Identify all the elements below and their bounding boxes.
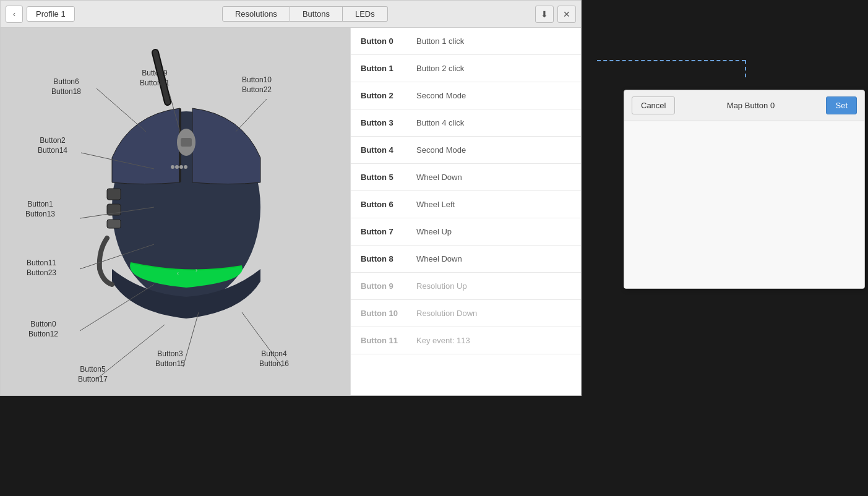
- tab-bar: Resolutions Buttons LEDs: [79, 6, 531, 22]
- label-btn6-btn18: Button6 Button18: [51, 77, 81, 96]
- label-btn4-btn16: Button4 Button16: [259, 349, 289, 369]
- btn-name-10: Button 10: [361, 309, 416, 318]
- title-bar: ‹ Profile 1 Resolutions Buttons LEDs ⬇ ✕: [1, 1, 581, 28]
- dashed-vert-line: [745, 60, 746, 77]
- button-row-1[interactable]: Button 1Button 2 click: [351, 55, 581, 82]
- map-dialog-header: Cancel Map Button 0 Set: [624, 90, 864, 121]
- svg-rect-9: [107, 204, 121, 215]
- svg-rect-10: [107, 220, 121, 228]
- dashed-top-line: [597, 60, 746, 61]
- button-row-10[interactable]: Button 10Resolution Down: [351, 300, 581, 327]
- btn-name-7: Button 7: [361, 227, 416, 236]
- btn-name-8: Button 8: [361, 254, 416, 263]
- label-btn5-btn17: Button5 Button17: [78, 365, 108, 384]
- svg-point-4: [171, 165, 174, 169]
- button-row-11[interactable]: Button 11Key event: 113: [351, 327, 581, 354]
- btn-action-8: Wheel Down: [416, 254, 462, 263]
- btn-action-11: Key event: 113: [416, 336, 470, 345]
- button-row-8[interactable]: Button 8Wheel Down: [351, 246, 581, 273]
- button-row-9[interactable]: Button 9Resolution Up: [351, 273, 581, 300]
- btn-name-11: Button 11: [361, 336, 416, 345]
- button-row-5[interactable]: Button 5Wheel Down: [351, 164, 581, 191]
- svg-text:‹: ‹: [177, 270, 179, 276]
- tab-leds[interactable]: LEDs: [343, 6, 388, 22]
- mouse-area: › ‹ Button6 Button18: [1, 28, 350, 395]
- btn-name-0: Button 0: [361, 36, 416, 46]
- map-dialog-title: Map Button 0: [675, 101, 826, 110]
- btn-name-3: Button 3: [361, 118, 416, 127]
- btn-action-5: Wheel Down: [416, 173, 462, 182]
- button-row-0[interactable]: Button 0Button 1 click: [351, 28, 581, 55]
- svg-point-6: [179, 165, 183, 169]
- label-btn1-btn13: Button1 Button13: [25, 200, 55, 219]
- set-button[interactable]: Set: [826, 96, 857, 114]
- btn-name-6: Button 6: [361, 200, 416, 209]
- btn-name-9: Button 9: [361, 281, 416, 291]
- btn-action-3: Button 4 click: [416, 118, 464, 127]
- title-bar-actions: ⬇ ✕: [535, 6, 576, 23]
- main-window: ‹ Profile 1 Resolutions Buttons LEDs ⬇ ✕: [0, 0, 582, 396]
- button-list[interactable]: Button 0Button 1 clickButton 1Button 2 c…: [350, 28, 581, 395]
- label-btn2-btn14: Button2 Button14: [38, 136, 67, 155]
- button-row-7[interactable]: Button 7Wheel Up: [351, 218, 581, 246]
- button-row-2[interactable]: Button 2Second Mode: [351, 82, 581, 109]
- map-dialog: Cancel Map Button 0 Set: [624, 90, 865, 289]
- btn-action-9: Resolution Up: [416, 281, 467, 291]
- map-dialog-body: [624, 121, 864, 288]
- save-button[interactable]: ⬇: [535, 6, 554, 23]
- btn-action-2: Second Mode: [416, 91, 466, 100]
- button-row-4[interactable]: Button 4Second Mode: [351, 137, 581, 164]
- button-row-3[interactable]: Button 3Button 4 click: [351, 109, 581, 137]
- download-icon: ⬇: [541, 9, 548, 19]
- cancel-button[interactable]: Cancel: [632, 96, 675, 114]
- label-btn11-btn23: Button11 Button23: [27, 259, 56, 278]
- svg-rect-8: [107, 189, 121, 200]
- button-row-6[interactable]: Button 6Wheel Left: [351, 191, 581, 218]
- tab-buttons[interactable]: Buttons: [290, 6, 343, 22]
- btn-name-4: Button 4: [361, 145, 416, 155]
- btn-action-7: Wheel Up: [416, 227, 452, 236]
- profile-tab[interactable]: Profile 1: [27, 6, 75, 22]
- back-button[interactable]: ‹: [6, 6, 23, 23]
- btn-name-5: Button 5: [361, 173, 416, 182]
- svg-text:›: ›: [196, 267, 197, 273]
- close-icon: ✕: [563, 9, 570, 19]
- btn-action-10: Resolution Down: [416, 309, 477, 318]
- label-btn9-btn21: Button9 Button21: [140, 69, 170, 88]
- btn-action-0: Button 1 click: [416, 36, 464, 46]
- content-area: › ‹ Button6 Button18: [1, 28, 581, 395]
- close-button[interactable]: ✕: [557, 6, 576, 23]
- svg-point-5: [175, 165, 179, 169]
- label-btn0-btn12: Button0 Button12: [28, 320, 58, 339]
- tab-resolutions[interactable]: Resolutions: [222, 6, 290, 22]
- btn-name-1: Button 1: [361, 64, 416, 73]
- btn-name-2: Button 2: [361, 91, 416, 100]
- btn-action-6: Wheel Left: [416, 200, 455, 209]
- label-btn3-btn15: Button3 Button15: [155, 349, 185, 369]
- svg-point-7: [184, 165, 187, 169]
- btn-action-4: Second Mode: [416, 145, 466, 155]
- label-btn10-btn22: Button10 Button22: [242, 75, 272, 95]
- btn-action-1: Button 2 click: [416, 64, 464, 73]
- svg-rect-3: [181, 138, 192, 147]
